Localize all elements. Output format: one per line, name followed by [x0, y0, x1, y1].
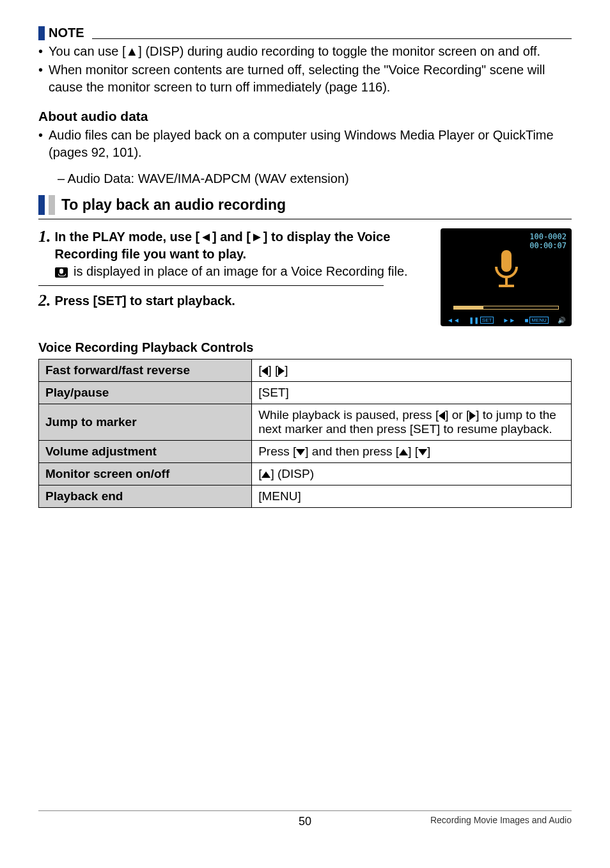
procedure-title: To play back an audio recording	[61, 195, 286, 215]
audio-bullet: Audio files can be played back on a comp…	[38, 127, 572, 161]
rewind-icon: ◄◄	[447, 317, 460, 324]
note-list: You can use [▲] (DISP) during audio reco…	[38, 43, 572, 96]
note-item: You can use [▲] (DISP) during audio reco…	[38, 43, 572, 60]
note-label: NOTE	[49, 26, 84, 40]
set-label: SET	[480, 317, 494, 324]
thumb-controls: ◄◄ ❚❚ SET ►► ■ MENU 🔊	[447, 317, 565, 324]
note-rule	[92, 38, 572, 39]
control-value: While playback is paused, press [] or []…	[252, 404, 572, 441]
control-label: Playback end	[39, 485, 252, 508]
note-item: When monitor screen contents are turned …	[38, 61, 572, 96]
table-row: Volume adjustment Press [] and then pres…	[39, 441, 572, 463]
procedure-accent-blue	[38, 195, 45, 215]
control-label: Play/pause	[39, 382, 252, 404]
step-2: 2. Press [SET] to start playback.	[38, 292, 425, 310]
procedure-header: To play back an audio recording	[38, 195, 572, 215]
step-1: 1. In the PLAY mode, use [◄] and [►] to …	[38, 228, 425, 280]
control-label: Volume adjustment	[39, 441, 252, 463]
step-1-title: In the PLAY mode, use [◄] and [►] to dis…	[55, 230, 391, 261]
control-value: [] []	[252, 359, 572, 382]
stop-icon: ■	[524, 317, 528, 324]
audio-bullets: Audio files can be played back on a comp…	[38, 127, 572, 161]
about-audio-heading: About audio data	[38, 109, 572, 124]
control-value: Press [] and then press [] []	[252, 441, 572, 463]
control-value: [] (DISP)	[252, 463, 572, 485]
table-row: Jump to marker While playback is paused,…	[39, 404, 572, 441]
ff-icon: ►►	[503, 317, 515, 324]
sound-icon: 🔊	[558, 317, 565, 324]
step-divider	[38, 285, 384, 286]
control-label: Monitor screen on/off	[39, 463, 252, 485]
preview-thumbnail: 100-0002 00:00:07 ◄◄ ❚❚ SET ►►	[441, 228, 572, 326]
pause-icon: ❚❚	[469, 317, 479, 324]
control-label: Fast forward/fast reverse	[39, 359, 252, 382]
step-2-title: Press [SET] to start playback.	[55, 294, 235, 308]
controls-table: Fast forward/fast reverse [] [] Play/pau…	[38, 359, 572, 508]
audio-sub-item: – Audio Data: WAVE/IMA-ADPCM (WAV extens…	[58, 171, 572, 186]
svg-rect-0	[501, 250, 512, 272]
table-row: Play/pause [SET]	[39, 382, 572, 404]
footer-section: Recording Movie Images and Audio	[430, 815, 572, 825]
procedure-accent-grey	[49, 195, 55, 215]
controls-heading: Voice Recording Playback Controls	[38, 340, 572, 355]
thumb-info: 100-0002 00:00:07	[529, 232, 567, 250]
step-number: 2.	[38, 292, 51, 309]
step-number: 1.	[38, 228, 51, 245]
procedure-underline	[38, 219, 572, 219]
page-footer: 50 Recording Movie Images and Audio	[38, 810, 572, 825]
control-value: [SET]	[252, 382, 572, 404]
mic-large-icon	[490, 248, 523, 295]
table-row: Monitor screen on/off [] (DISP)	[39, 463, 572, 485]
thumb-file-number: 100-0002	[529, 232, 567, 241]
note-header: NOTE	[38, 26, 572, 40]
thumb-time: 00:00:07	[529, 241, 567, 250]
table-row: Fast forward/fast reverse [] []	[39, 359, 572, 382]
control-value: [MENU]	[252, 485, 572, 508]
step-1-desc: is displayed in place of an image for a …	[55, 264, 408, 278]
page-number: 50	[299, 815, 311, 828]
menu-label: MENU	[529, 317, 549, 324]
control-label: Jump to marker	[39, 404, 252, 441]
note-accent-bar	[38, 26, 45, 40]
table-row: Playback end [MENU]	[39, 485, 572, 508]
thumb-progress	[453, 306, 559, 310]
mic-icon	[55, 267, 68, 278]
